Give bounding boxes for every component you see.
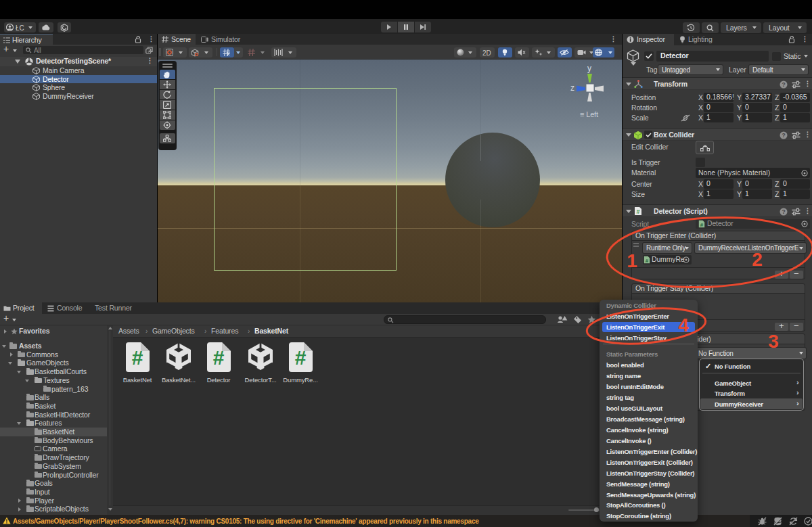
svg-text:3: 3 — [768, 331, 779, 352]
svg-text:2: 2 — [752, 249, 763, 270]
svg-text:4: 4 — [678, 315, 689, 336]
svg-text:1: 1 — [627, 250, 637, 271]
